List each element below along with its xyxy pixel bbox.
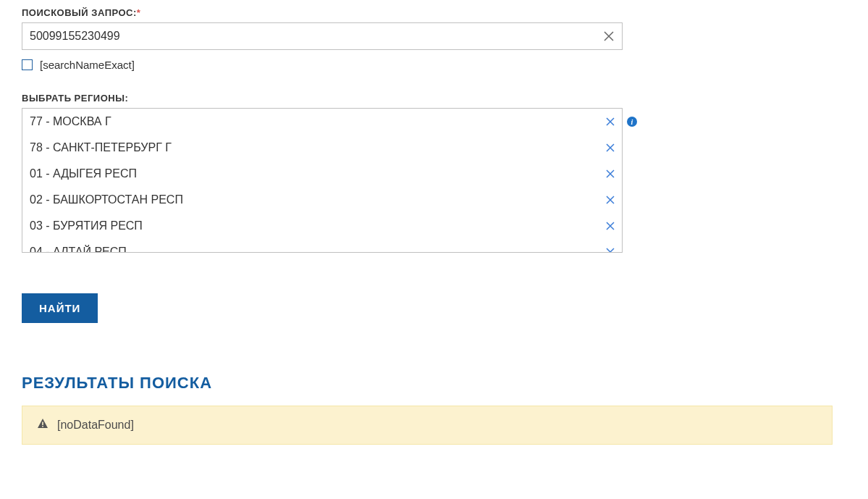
region-item-label: 78 - САНКТ-ПЕТЕРБУРГ Г (30, 141, 172, 154)
results-heading: РЕЗУЛЬТАТЫ ПОИСКА (22, 374, 846, 393)
close-icon (604, 31, 614, 41)
region-item[interactable]: 01 - АДЫГЕЯ РЕСП (22, 161, 622, 187)
clear-search-button[interactable] (596, 31, 622, 41)
exact-search-label: [searchNameExact] (40, 59, 135, 71)
search-query-group: ПОИСКОВЫЙ ЗАПРОС:* (22, 7, 846, 50)
no-data-alert: [noDataFound] (22, 406, 833, 445)
region-remove-button[interactable] (606, 196, 615, 204)
region-item[interactable]: 77 - МОСКВА Г (22, 109, 622, 135)
info-icon[interactable]: i (627, 117, 637, 127)
search-button[interactable]: НАЙТИ (22, 293, 98, 323)
region-item-label: 04 - АЛТАЙ РЕСП (30, 246, 127, 253)
region-remove-button[interactable] (606, 248, 615, 253)
no-data-text: [noDataFound] (57, 419, 134, 432)
region-item[interactable]: 78 - САНКТ-ПЕТЕРБУРГ Г (22, 135, 622, 161)
warning-icon (37, 418, 49, 432)
svg-rect-0 (42, 422, 43, 426)
close-icon (606, 169, 615, 178)
search-query-label: ПОИСКОВЫЙ ЗАПРОС:* (22, 7, 846, 18)
region-item-label: 01 - АДЫГЕЯ РЕСП (30, 167, 137, 180)
exact-search-row: [searchNameExact] (22, 59, 846, 71)
close-icon (606, 196, 615, 204)
region-item-label: 02 - БАШКОРТОСТАН РЕСП (30, 193, 183, 206)
search-input-wrapper (22, 22, 623, 50)
close-icon (606, 143, 615, 152)
close-icon (606, 222, 615, 230)
exact-search-checkbox[interactable] (22, 59, 33, 70)
region-item[interactable]: 03 - БУРЯТИЯ РЕСП (22, 213, 622, 239)
search-label-text: ПОИСКОВЫЙ ЗАПРОС: (22, 7, 137, 18)
region-item[interactable]: 04 - АЛТАЙ РЕСП (22, 239, 622, 253)
region-remove-button[interactable] (606, 117, 615, 126)
regions-group: ВЫБРАТЬ РЕГИОНЫ: 77 - МОСКВА Г78 - САНКТ… (22, 93, 846, 253)
svg-rect-1 (42, 426, 43, 427)
regions-wrapper: 77 - МОСКВА Г78 - САНКТ-ПЕТЕРБУРГ Г01 - … (22, 108, 846, 253)
search-input[interactable] (22, 24, 596, 49)
region-remove-button[interactable] (606, 169, 615, 178)
region-remove-button[interactable] (606, 143, 615, 152)
regions-listbox[interactable]: 77 - МОСКВА Г78 - САНКТ-ПЕТЕРБУРГ Г01 - … (22, 108, 623, 253)
close-icon (606, 117, 615, 126)
required-mark: * (137, 7, 141, 18)
region-item[interactable]: 02 - БАШКОРТОСТАН РЕСП (22, 187, 622, 213)
region-item-label: 03 - БУРЯТИЯ РЕСП (30, 219, 143, 232)
region-remove-button[interactable] (606, 222, 615, 230)
close-icon (606, 248, 615, 253)
regions-label: ВЫБРАТЬ РЕГИОНЫ: (22, 93, 846, 104)
region-item-label: 77 - МОСКВА Г (30, 115, 111, 128)
